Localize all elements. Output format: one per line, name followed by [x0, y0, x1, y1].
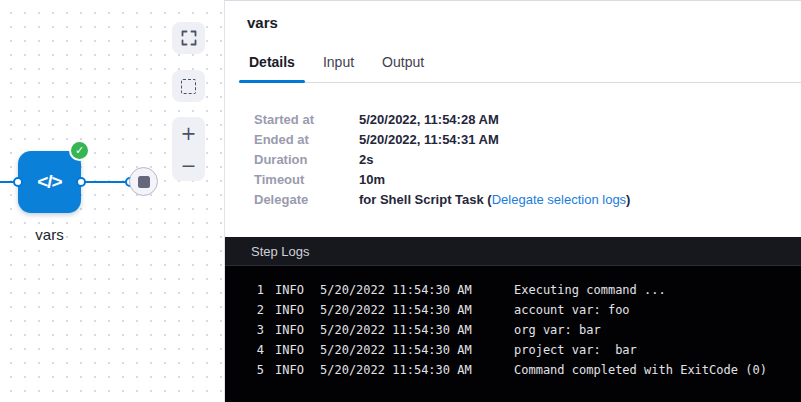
- delegate-text-prefix: for Shell Script Task (: [359, 192, 492, 207]
- log-message: org var: bar: [514, 320, 601, 340]
- log-line-number: 2: [225, 300, 264, 320]
- detail-value: for Shell Script Task (Delegate selectio…: [359, 190, 630, 210]
- log-line-number: 1: [225, 280, 264, 300]
- tab-input[interactable]: Input: [313, 54, 364, 82]
- delegate-selection-logs-link[interactable]: Delegate selection logs: [492, 192, 626, 207]
- zoom-controls: + −: [172, 117, 205, 181]
- log-line: 2 INFO 5/20/2022 11:54:30 AM account var…: [225, 300, 801, 320]
- detail-label: Started at: [254, 110, 359, 130]
- log-level: INFO: [275, 340, 305, 360]
- selection-box-icon: [181, 79, 196, 94]
- detail-value: 5/20/2022, 11:54:31 AM: [359, 130, 499, 150]
- log-level: INFO: [275, 320, 305, 340]
- log-timestamp: 5/20/2022 11:54:30 AM: [320, 280, 472, 300]
- delegate-text-suffix: ): [626, 192, 630, 207]
- detail-label: Delegate: [254, 190, 359, 210]
- detail-row-timeout: Timeout 10m: [254, 170, 801, 190]
- log-line: 1 INFO 5/20/2022 11:54:30 AM Executing c…: [225, 280, 801, 300]
- detail-row-delegate: Delegate for Shell Script Task (Delegate…: [254, 190, 801, 210]
- step-logs-title: Step Logs: [251, 244, 310, 259]
- execution-details: Started at 5/20/2022, 11:54:28 AM Ended …: [225, 83, 801, 210]
- zoom-out-button[interactable]: −: [172, 149, 205, 181]
- log-message: project var: bar: [514, 340, 637, 360]
- log-line-number: 5: [225, 360, 264, 380]
- log-line-number: 3: [225, 320, 264, 340]
- detail-row-ended-at: Ended at 5/20/2022, 11:54:31 AM: [254, 130, 801, 150]
- step-node-vars[interactable]: </>: [18, 151, 81, 213]
- log-level: INFO: [275, 300, 305, 320]
- tab-output[interactable]: Output: [372, 54, 434, 82]
- detail-value: 5/20/2022, 11:54:28 AM: [359, 110, 499, 130]
- log-message: Command completed with ExitCode (0): [514, 360, 767, 380]
- step-logs-header: Step Logs: [225, 237, 801, 266]
- log-level: INFO: [275, 360, 305, 380]
- detail-label: Ended at: [254, 130, 359, 150]
- node-port-right: [76, 177, 86, 187]
- log-body[interactable]: 1 INFO 5/20/2022 11:54:30 AM Executing c…: [225, 266, 801, 380]
- code-icon: </>: [37, 171, 61, 193]
- zoom-in-button[interactable]: +: [172, 117, 205, 149]
- log-line: 5 INFO 5/20/2022 11:54:30 AM Command com…: [225, 360, 801, 380]
- stop-icon: [138, 176, 150, 188]
- log-timestamp: 5/20/2022 11:54:30 AM: [320, 340, 472, 360]
- log-timestamp: 5/20/2022 11:54:30 AM: [320, 360, 472, 380]
- log-line: 3 INFO 5/20/2022 11:54:30 AM org var: ba…: [225, 320, 801, 340]
- detail-label: Duration: [254, 150, 359, 170]
- node-port-left: [13, 177, 23, 187]
- tab-bar: Details Input Output: [239, 54, 801, 83]
- step-details-panel: vars Details Input Output Started at 5/2…: [224, 0, 801, 402]
- fullscreen-icon: [181, 30, 197, 46]
- page-title: vars: [247, 14, 801, 31]
- log-timestamp: 5/20/2022 11:54:30 AM: [320, 300, 472, 320]
- log-level: INFO: [275, 280, 305, 300]
- pipeline-graph-canvas[interactable]: </> ✓ vars + −: [0, 0, 224, 402]
- log-line-number: 4: [225, 340, 264, 360]
- node-label: vars: [18, 226, 81, 243]
- log-message: account var: foo: [514, 300, 630, 320]
- log-line: 4 INFO 5/20/2022 11:54:30 AM project var…: [225, 340, 801, 360]
- log-timestamp: 5/20/2022 11:54:30 AM: [320, 320, 472, 340]
- detail-label: Timeout: [254, 170, 359, 190]
- selection-button[interactable]: [172, 70, 205, 102]
- detail-row-duration: Duration 2s: [254, 150, 801, 170]
- pipeline-end-node[interactable]: [129, 167, 158, 196]
- detail-value: 10m: [359, 170, 385, 190]
- fullscreen-button[interactable]: [172, 22, 205, 54]
- edge-incoming: [0, 181, 14, 183]
- log-message: Executing command ...: [514, 280, 666, 300]
- step-execution-view: </> ✓ vars + − vars: [0, 0, 801, 402]
- detail-row-started-at: Started at 5/20/2022, 11:54:28 AM: [254, 110, 801, 130]
- tab-details[interactable]: Details: [239, 54, 305, 82]
- step-logs-console: Step Logs 1 INFO 5/20/2022 11:54:30 AM E…: [225, 237, 801, 402]
- success-check-icon: ✓: [69, 140, 90, 161]
- detail-value: 2s: [359, 150, 373, 170]
